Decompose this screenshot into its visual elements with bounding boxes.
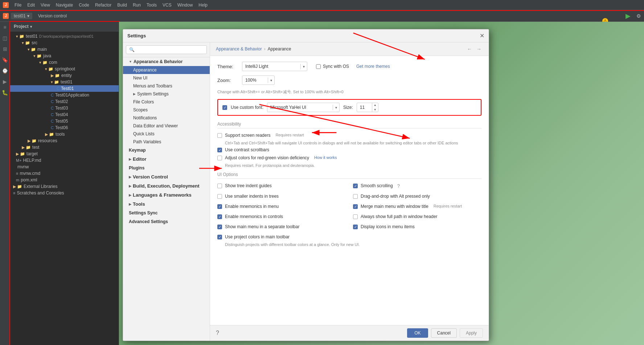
ok-button[interactable]: OK (407, 328, 428, 338)
help-icon[interactable]: ? (216, 330, 219, 336)
menu-help[interactable]: Help (196, 1, 210, 9)
screen-readers-checkbox[interactable] (217, 133, 222, 138)
nav-item-system-settings[interactable]: System Settings (123, 90, 210, 98)
red-green-checkbox[interactable] (217, 156, 222, 160)
main-menu-toolbar-checkbox[interactable]: ✓ (217, 225, 222, 229)
tree-item-target[interactable]: ▶ 📁 target (10, 151, 119, 157)
left-icon-6[interactable]: ▶ (1, 78, 9, 86)
tree-item-pom[interactable]: m pom.xml (10, 177, 119, 183)
apply-button[interactable]: Apply (460, 328, 483, 338)
left-icon-5[interactable]: ⌚ (1, 67, 9, 75)
nav-item-build[interactable]: Build, Execution, Deployment (123, 181, 210, 190)
nav-item-quick-lists[interactable]: Quick Lists (123, 130, 210, 138)
chevron-down-icon[interactable]: ▾ (333, 105, 339, 110)
theme-dropdown[interactable]: IntelliJ Light ▾ (242, 62, 307, 71)
tree-item-Test06[interactable]: C Test06 (10, 124, 119, 131)
menu-vcs[interactable]: VCS (160, 1, 175, 9)
menu-window[interactable]: Window (175, 1, 196, 9)
tree-item-Test04[interactable]: C Test04 (10, 111, 119, 118)
menu-edit[interactable]: Edit (24, 1, 38, 9)
nav-item-scopes[interactable]: Scopes (123, 106, 210, 114)
left-icon-3[interactable]: ⊞ (1, 45, 9, 53)
left-icon-4[interactable]: 🔖 (1, 56, 9, 64)
menu-navigate[interactable]: Navigate (53, 1, 76, 9)
spinner-down-icon[interactable]: ▼ (372, 107, 378, 112)
left-icon-7[interactable]: 🐛 (1, 89, 9, 96)
settings-gear-icon[interactable]: ⚙ (636, 13, 641, 19)
nav-item-new-ui[interactable]: New UI (123, 74, 210, 82)
nav-item-path-variables[interactable]: Path Variables (123, 138, 210, 146)
settings-search-input[interactable] (126, 45, 207, 54)
mnemonics-controls-checkbox[interactable]: ✓ (217, 214, 222, 219)
show-tree-indent-checkbox[interactable] (217, 184, 222, 188)
nav-item-menus-toolbars[interactable]: Menus and Toolbars (123, 82, 210, 90)
get-more-themes-link[interactable]: Get more themes (356, 64, 390, 69)
nav-item-editor[interactable]: Editor (123, 155, 210, 164)
custom-font-checkbox[interactable]: ✓ (222, 105, 227, 110)
tree-item-entity[interactable]: ▶ 📁 entity (10, 72, 119, 79)
cancel-button[interactable]: Cancel (431, 328, 457, 338)
tree-item-com[interactable]: ▾ 📁 com (10, 59, 119, 66)
smaller-indents-checkbox[interactable] (217, 194, 222, 199)
section-header-appearance-behavior[interactable]: Appearance & Behavior (123, 57, 210, 66)
tree-item-src[interactable]: ▾ 📁 src (10, 40, 119, 46)
zoom-dropdown[interactable]: 100% ▾ (242, 75, 275, 85)
close-button[interactable]: ✕ (480, 32, 484, 39)
project-colors-checkbox[interactable]: ✓ (217, 235, 222, 239)
menu-tools[interactable]: Tools (144, 1, 160, 9)
tree-item-Test01Application[interactable]: C Test01Application (10, 92, 119, 98)
menu-build[interactable]: Build (114, 1, 130, 9)
tree-item-test01-pkg[interactable]: ▾ 📁 test01 (10, 79, 119, 85)
drag-drop-checkbox[interactable] (353, 194, 358, 199)
nav-item-data-editor[interactable]: Data Editor and Viewer (123, 122, 210, 130)
chevron-down-icon[interactable]: ▾ (268, 78, 274, 83)
tree-item-Test05[interactable]: C Test05 (10, 118, 119, 124)
nav-item-settings-sync[interactable]: Settings Sync (123, 209, 210, 217)
contrast-scrollbars-checkbox[interactable]: ✓ (217, 148, 222, 152)
run-button[interactable]: ▶ (625, 12, 631, 20)
font-dropdown[interactable]: Microsoft YaHei UI ▾ (267, 103, 340, 112)
smooth-scrolling-checkbox[interactable]: ✓ (353, 184, 358, 188)
nav-item-version-control[interactable]: Version Control (123, 172, 210, 181)
left-icon-1[interactable]: ≡ (1, 23, 9, 31)
merge-menu-checkbox[interactable]: ✓ (353, 204, 358, 209)
always-full-path-checkbox[interactable] (353, 214, 358, 219)
menu-file[interactable]: File (12, 1, 24, 9)
tree-item-tools[interactable]: ▶ 📁 tools (10, 131, 119, 137)
nav-item-keymap[interactable]: Keymap (123, 146, 210, 155)
menu-code[interactable]: Code (76, 1, 92, 9)
nav-item-file-colors[interactable]: File Colors (123, 98, 210, 106)
menu-view[interactable]: View (38, 1, 53, 9)
tree-item-Test01[interactable]: C Test01 (10, 85, 119, 92)
tree-item-java[interactable]: ▾ 📁 java (10, 53, 119, 59)
tree-item-springboot[interactable]: ▾ 📁 springboot (10, 66, 119, 72)
nav-item-languages[interactable]: Languages & Frameworks (123, 190, 210, 200)
tree-item-mvnw[interactable]: mvnw (10, 164, 119, 170)
tree-item-Test02[interactable]: C Test02 (10, 98, 119, 105)
menu-run[interactable]: Run (130, 1, 144, 9)
nav-item-advanced-settings[interactable]: Advanced Settings (123, 217, 210, 226)
tree-item-help[interactable]: M+ HELP.md (10, 157, 119, 164)
nav-item-appearance[interactable]: Appearance (123, 66, 210, 74)
how-it-works-link[interactable]: How it works (314, 155, 337, 160)
size-spinner[interactable]: ▲ ▼ (372, 103, 378, 112)
tree-item-mvnw-cmd[interactable]: ≡ mvnw.cmd (10, 170, 119, 177)
chevron-down-icon[interactable]: ▾ (300, 64, 307, 69)
tree-item-main[interactable]: ▾ 📁 main (10, 46, 119, 53)
nav-item-notifications[interactable]: Notifications (123, 114, 210, 122)
display-icons-checkbox[interactable]: ✓ (353, 225, 358, 229)
breadcrumb-parent[interactable]: Appearance & Behavior (216, 46, 262, 52)
vcs-button[interactable]: Version control (35, 13, 70, 19)
tree-item-scratches[interactable]: ≡ Scratches and Consoles (10, 190, 119, 196)
project-tree[interactable]: ▾ 📁 test01 D:\workspace\projectspace\tes… (10, 32, 119, 345)
tree-item-external-libs[interactable]: ▶ 📁 External Libraries (10, 183, 119, 190)
nav-forward-arrow[interactable]: → (475, 45, 483, 53)
left-icon-2[interactable]: ◫ (1, 34, 9, 42)
nav-back-arrow[interactable]: ← (465, 45, 473, 53)
nav-item-plugins[interactable]: Plugins (123, 164, 210, 172)
sync-os-checkbox[interactable] (316, 64, 321, 69)
mnemonics-menu-checkbox[interactable]: ✓ (217, 204, 222, 209)
size-input[interactable]: 11 ▲ ▼ (357, 103, 378, 112)
tree-item-Test03[interactable]: C Test03 (10, 105, 119, 111)
tree-item-resources[interactable]: ▶ 📁 resources (10, 137, 119, 144)
